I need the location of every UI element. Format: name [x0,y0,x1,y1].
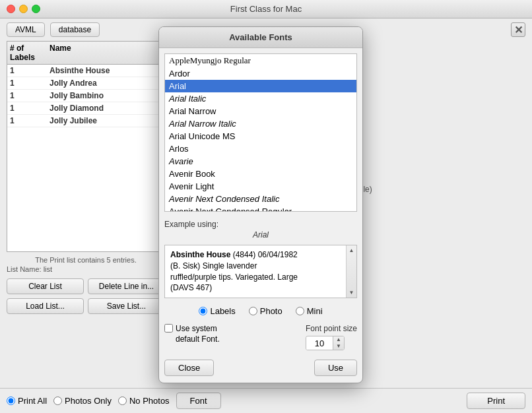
font-item-arial[interactable]: Arial [165,80,356,92]
example-detail4: (DAVS 467) [170,283,212,292]
stepper-down[interactable]: ▼ [333,343,344,350]
radio-mini[interactable] [296,307,304,315]
font-item-avenir-next-condensed-italic[interactable]: Avenir Next Condensed Italic [165,193,356,205]
radio-group-size: Labels Photo Mini [159,301,362,321]
font-item-avenir-next-condensed-regular[interactable]: Avenir Next Condensed Regular [165,205,356,212]
example-bold-text: Absinthe House [170,250,230,259]
available-fonts-modal: Available Fonts AppleMyungjo Regular Ard… [158,26,363,383]
font-item-arial-narrow-italic[interactable]: Arial Narrow Italic [165,117,356,130]
radio-labels-label[interactable]: Labels [199,306,235,316]
font-size-label: Font point size [306,324,357,333]
font-item-arial-italic[interactable]: Arial Italic [165,92,356,105]
example-detail1: (4844) 06/04/1982 [230,250,297,259]
radio-photo-label[interactable]: Photo [249,306,283,316]
scroll-down-icon[interactable]: ▼ [349,289,354,296]
system-font-checkbox[interactable] [164,324,173,333]
radio-mini-label[interactable]: Mini [296,306,323,316]
example-box: Absinthe House (4844) 06/04/1982 (B. Sis… [164,245,357,298]
example-detail2: (B. Sisk) Single lavender [170,261,257,270]
font-list[interactable]: AppleMyungjo Regular Ardor Arial Arial I… [164,53,357,212]
font-item-arial-unicode[interactable]: Arial Unicode MS [165,130,356,143]
modal-options: Use system default Font. Font point size… [159,321,362,356]
font-item-arlos[interactable]: Arlos [165,143,356,155]
example-scrollbar[interactable]: ▲ ▼ [346,245,356,298]
scroll-up-icon[interactable]: ▲ [349,247,354,254]
example-label: Example using: [159,217,362,230]
radio-labels[interactable] [199,307,207,315]
font-size-input[interactable] [306,337,333,350]
font-item-avenir-light[interactable]: Avenir Light [165,180,356,193]
font-item-avarie[interactable]: Avarie [165,155,356,168]
use-button[interactable]: Use [314,360,357,376]
system-font-check-label[interactable]: Use system default Font. [164,324,299,344]
font-item-avenir-book[interactable]: Avenir Book [165,168,356,180]
example-font-name: Arial [159,230,362,242]
font-item-arial-narrow[interactable]: Arial Narrow [165,105,356,117]
stepper-up[interactable]: ▲ [333,336,344,343]
example-detail3: ruffled/purple tips. Variegated. Large [170,272,298,282]
modal-footer: Close Use [159,356,362,383]
close-modal-button[interactable]: Close [164,360,214,376]
font-size-group: Font point size ▲ ▼ [306,324,357,350]
font-size-input-wrap: ▲ ▼ [306,336,345,350]
modal-overlay: Available Fonts AppleMyungjo Regular Ard… [0,0,532,413]
modal-title: Available Fonts [159,27,362,48]
radio-photo[interactable] [249,307,257,315]
font-item-ardor[interactable]: Ardor [165,67,356,80]
font-size-stepper: ▲ ▼ [333,336,344,350]
font-item-applemyungjo[interactable]: AppleMyungjo Regular [165,54,356,67]
